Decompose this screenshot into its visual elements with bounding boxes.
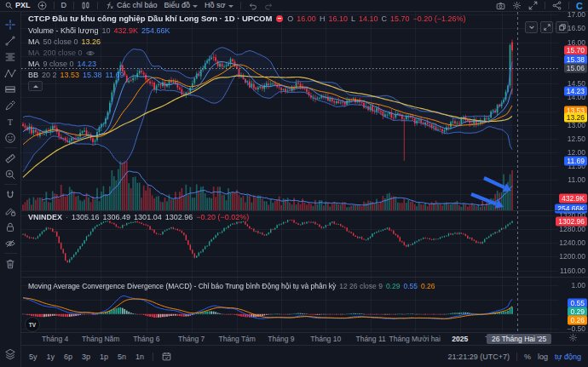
redo-button[interactable] — [264, 2, 274, 10]
tool-measure[interactable] — [3, 150, 19, 166]
indicator-name: BB — [28, 71, 38, 80]
price-badge: 0.26 — [568, 315, 587, 324]
broker-c-logo-icon: C — [576, 1, 583, 11]
interval-label: D — [61, 0, 67, 11]
undo-icon — [248, 2, 257, 10]
range-button-5y[interactable]: 5y — [28, 353, 38, 361]
indicator-value: 15.38 — [83, 71, 102, 80]
profile-menu-button[interactable]: Hồ sơ — [205, 0, 233, 11]
tool-xabcd-pattern[interactable] — [3, 65, 19, 81]
range-button-1y[interactable]: 1y — [46, 353, 56, 361]
tool-hide-all-drawings[interactable] — [3, 235, 19, 251]
share-button[interactable] — [552, 1, 562, 10]
long-short-position-icon — [4, 83, 16, 95]
log-scale-button[interactable]: log — [538, 353, 548, 361]
price-grid-label: 16.50 — [568, 24, 585, 32]
calendar-icon — [162, 352, 171, 361]
object-tree-button[interactable] — [3, 346, 19, 362]
profile-menu-label: Hồ sơ — [205, 0, 225, 11]
undo-button[interactable] — [248, 2, 257, 10]
macd-value: 0.29 — [386, 282, 401, 291]
top-toolbar-right: C — [496, 1, 583, 11]
legend-volume[interactable]: Volume - Khối lượng10432.9K254.66K — [28, 26, 170, 36]
redo-icon — [264, 2, 274, 10]
indicators-label: Các chỉ báo — [117, 0, 158, 11]
lock-icon — [4, 221, 16, 233]
indicator-value: 13.53 — [61, 71, 80, 80]
toolbar-separator — [545, 2, 545, 9]
toolbar-separator — [4, 184, 17, 185]
legend-bb[interactable]: BB20 213.5315.3811.69 — [28, 71, 124, 80]
toolbar-separator — [240, 2, 241, 9]
macd-grid-label: 1.00 — [571, 281, 585, 290]
pane-collapse-button[interactable] — [525, 21, 538, 33]
tool-magnet[interactable] — [3, 186, 19, 203]
range-button-3p[interactable]: 3p — [81, 353, 91, 361]
legend-ma200[interactable]: MA200 close 0 — [28, 49, 95, 58]
ohlc-key: L — [351, 14, 355, 23]
fx-icon — [105, 1, 114, 10]
range-button-1p[interactable]: 1p — [99, 353, 109, 361]
tool-zoom-in[interactable] — [3, 166, 19, 182]
range-button-5n[interactable]: 5n — [117, 353, 127, 361]
ohlc-value: 15.70 — [390, 14, 410, 23]
vnindex-name: VNINDEX — [28, 213, 62, 222]
tool-text[interactable]: T — [3, 113, 19, 129]
go-to-date-button[interactable] — [161, 352, 172, 361]
compare-add-button[interactable] — [37, 1, 47, 10]
search-icon — [5, 2, 13, 9]
broker-logo[interactable]: C — [576, 1, 583, 11]
measure-icon — [4, 152, 16, 164]
pencil-lock-icon — [4, 205, 16, 217]
interval-button[interactable]: D — [61, 0, 67, 11]
tool-brush[interactable] — [3, 97, 19, 113]
tool-long-short-position[interactable] — [3, 81, 19, 97]
legend-ma9[interactable]: MA9 close 014.23 — [28, 60, 96, 69]
change-value: −0.20 (−1.26%) — [412, 14, 465, 23]
price-grid-label: 12.50 — [568, 135, 585, 143]
visibility-toggle[interactable] — [86, 49, 95, 57]
vnindex-ohlc-value: 1301.04 — [134, 213, 162, 222]
screenshot-button[interactable] — [496, 2, 505, 10]
tool-drawing-sync[interactable] — [3, 203, 19, 219]
tool-lock-all-drawings[interactable] — [3, 219, 19, 235]
tool-fib-retracement[interactable] — [3, 49, 19, 65]
tool-trend-line[interactable] — [3, 32, 19, 49]
pane-separator — [551, 277, 588, 278]
time-axis-label: Tháng 6 — [133, 335, 159, 343]
range-button-6p[interactable]: 6p — [63, 353, 73, 361]
auto-scale-button[interactable]: tự động — [555, 353, 581, 361]
percent-scale-button[interactable]: % — [524, 353, 531, 361]
tradingview-logo[interactable]: TV — [25, 317, 40, 332]
drawing-toolbar: T — [0, 12, 21, 367]
vnindex-grid-label: 1240.00 — [559, 238, 585, 247]
vnindex-legend: VNINDEX·1305.161306.491301.041302.96−0.2… — [28, 213, 249, 222]
ohlc-values: O16.00H16.10L14.10C15.70−0.20 (−1.26%) — [287, 14, 465, 23]
toolbar-separator — [568, 2, 569, 9]
fullscreen-icon — [528, 1, 538, 10]
tool-remove-all-drawings[interactable] — [3, 255, 19, 272]
symbol-search-button[interactable]: PXL — [5, 0, 31, 11]
svg-text:T: T — [8, 117, 14, 126]
indicator-value: 11.69 — [106, 71, 124, 80]
time-axis[interactable]: Tháng 4Tháng NămTháng 6Tháng 7Tháng TámT… — [21, 332, 588, 346]
chart-menu-button[interactable]: Biểu đồ — [164, 0, 199, 11]
axis-settings-button[interactable] — [568, 333, 578, 342]
fullscreen-button[interactable] — [528, 1, 538, 10]
chevron-up-icon — [33, 85, 38, 88]
time-axis-label: Tháng 10 — [310, 335, 341, 343]
tool-emoji[interactable] — [3, 129, 19, 146]
legend-ma50[interactable]: MA50 close 013.26 — [28, 37, 101, 47]
chart-style-button[interactable] — [81, 1, 90, 10]
tool-crosshair[interactable] — [3, 16, 19, 32]
time-axis-label: Tháng 4 — [42, 335, 68, 343]
indicator-value: 432.9K — [113, 26, 138, 36]
object-tree-icon — [4, 348, 16, 360]
indicators-button[interactable]: Các chỉ báo — [105, 0, 158, 11]
clock-timezone-button[interactable]: 21:21:29 (UTC+7) — [448, 353, 510, 361]
settings-button[interactable] — [512, 1, 522, 10]
price-axis[interactable]: 17.0016.5016.0014.5014.0013.0012.5012.00… — [551, 12, 588, 332]
legend-collapse-button[interactable] — [28, 81, 43, 91]
symbol-title[interactable]: CTCP Đầu tư khu công nghiệp Dầu khí Long… — [28, 14, 272, 23]
range-button-1n[interactable]: 1n — [135, 353, 145, 361]
